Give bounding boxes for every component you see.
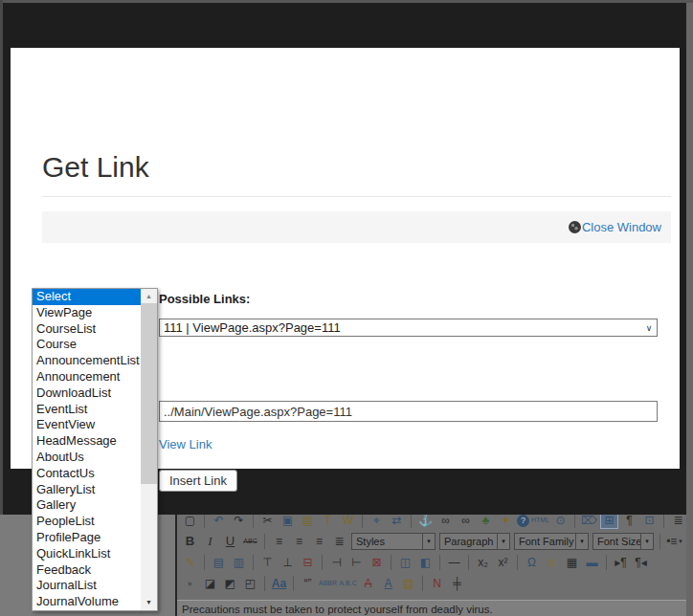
toolbar-separator — [574, 513, 575, 528]
align-left-icon[interactable]: ≡ — [270, 533, 288, 550]
dropdown-option-aboutus[interactable]: AboutUs — [33, 450, 141, 466]
dropdown-option-announcement[interactable]: Announcement — [33, 369, 141, 385]
ltr-icon[interactable]: ▸¶ — [612, 554, 630, 571]
toolbar-separator — [391, 555, 391, 570]
toolbar-separator — [204, 513, 205, 528]
underline-button[interactable]: U — [221, 533, 239, 550]
close-window-icon — [569, 221, 581, 233]
dropdown-option-gallerylist[interactable]: GalleryList — [33, 482, 141, 498]
del-icon[interactable]: A — [359, 575, 377, 592]
dropdown-option-peoplelist[interactable]: PeopleList — [33, 514, 141, 530]
dropdown-option-courselist[interactable]: CourseList — [33, 321, 141, 338]
visual-chars-icon[interactable]: N — [428, 575, 446, 592]
align-right-icon[interactable]: ≡ — [310, 533, 328, 550]
toolbar-separator — [411, 513, 412, 528]
font-size-select[interactable]: Font Size▾ — [592, 533, 654, 550]
abbr-icon[interactable]: ABBR — [319, 575, 337, 592]
toolbar-separator — [253, 513, 254, 528]
superscript-icon[interactable]: x² — [494, 554, 512, 571]
dropdown-option-profilepage[interactable]: ProfilePage — [33, 530, 141, 546]
rtl-icon[interactable]: ¶◂ — [632, 554, 650, 571]
close-window-link[interactable]: Close Window — [569, 220, 661, 234]
bold-button[interactable]: B — [181, 533, 199, 550]
dropdown-option-announcementlist[interactable]: AnnouncementList — [33, 353, 141, 369]
delete-col-icon[interactable]: ⊠ — [368, 554, 386, 571]
insert-col-after-icon[interactable]: ⊢ — [347, 554, 366, 571]
page-break-icon[interactable]: ╪ — [448, 575, 466, 592]
toolbar-separator — [422, 576, 423, 591]
acronym-icon[interactable]: A.B.C — [339, 575, 357, 592]
dropdown-option-downloadlist[interactable]: DownloadList — [33, 385, 141, 402]
editor-text: Precautions must be taken to protect you… — [182, 604, 493, 615]
view-link[interactable]: View Link — [159, 437, 212, 451]
insert-row-before-icon[interactable]: ⊤ — [258, 554, 277, 571]
toolbar-separator — [659, 534, 660, 549]
dropdown-option-quicklinklist[interactable]: QuickLinkList — [33, 546, 141, 562]
insert-col-before-icon[interactable]: ⊣ — [327, 554, 346, 571]
help-icon[interactable]: ? — [517, 515, 529, 527]
table-cell-props-icon[interactable]: ▥ — [230, 554, 248, 571]
dropdown-option-viewpage[interactable]: ViewPage — [33, 305, 141, 321]
dropdown-option-headmessage[interactable]: HeadMessage — [33, 433, 141, 450]
move-backward-icon[interactable]: ◩ — [221, 575, 239, 592]
strikethrough-button[interactable]: ABC — [241, 533, 259, 550]
delete-row-icon[interactable]: ⊟ — [299, 554, 317, 571]
insert-row-after-icon[interactable]: ⊥ — [279, 554, 297, 571]
horizontal-rule-icon[interactable]: — — [445, 554, 463, 571]
chevron-down-icon: ∨ — [641, 323, 657, 333]
cite-icon[interactable]: “” — [299, 575, 317, 592]
toolbar-separator — [468, 555, 469, 570]
dropdown-option-select[interactable]: Select — [33, 289, 141, 305]
page-scrollbar[interactable] — [686, 0, 693, 616]
attributes-icon[interactable]: ▧ — [399, 575, 417, 592]
toolbar-separator — [253, 555, 254, 570]
ins-icon[interactable]: A — [379, 575, 397, 592]
scroll-down-icon[interactable]: ▼ — [141, 595, 157, 610]
emoticon-icon[interactable]: ☺ — [543, 554, 561, 571]
merge-cells-icon[interactable]: ◧ — [416, 554, 435, 571]
link-url-input[interactable] — [159, 401, 658, 422]
dropdown-option-eventview[interactable]: EventView — [33, 417, 141, 433]
toolbar-separator — [293, 576, 294, 591]
editor-content-area[interactable]: Precautions must be taken to protect you… — [177, 600, 686, 616]
insert-link-button[interactable]: Insert Link — [159, 470, 237, 492]
styles-select[interactable]: Styles▾ — [351, 533, 436, 550]
rich-text-editor: ▢↶↷✂▣▤TW⌖⇄⚓∞∞♣✦?HTML⊙⌦⊞¶⊡≣▣ BIUABC≡≡≡≣St… — [175, 510, 686, 616]
toolbar-separator — [517, 555, 518, 570]
dropdown-scrollbar[interactable]: ▲ ▼ — [141, 289, 157, 610]
insert-layer-icon[interactable]: ▫ — [181, 575, 199, 592]
media-icon[interactable]: ▦ — [563, 554, 581, 571]
toolbar-separator — [362, 513, 363, 528]
font-family-select[interactable]: Font Family▾ — [514, 533, 589, 550]
scroll-up-icon[interactable]: ▲ — [141, 289, 157, 304]
dropdown-option-journalvolume[interactable]: JournalVolume — [33, 594, 141, 610]
embed-icon[interactable]: ▬ — [583, 554, 601, 571]
bullet-list-icon[interactable]: •≡▾ — [665, 533, 683, 550]
toolbar-separator — [606, 555, 607, 570]
possible-links-select[interactable]: 111 | ViewPage.aspx?Page=111 ∨ — [159, 319, 658, 337]
edit-icon[interactable]: ✎ — [181, 554, 199, 571]
align-center-icon[interactable]: ≡ — [290, 533, 308, 550]
dropdown-option-eventlist[interactable]: EventList — [33, 402, 141, 418]
dropdown-option-journallist[interactable]: JournalList — [33, 578, 141, 594]
dropdown-option-feedback[interactable]: Feedback — [33, 562, 141, 579]
dropdown-option-gallery[interactable]: Gallery — [33, 497, 141, 514]
paragraph-select[interactable]: Paragraph▾ — [439, 533, 510, 550]
dropdown-option-contactus[interactable]: ContactUs — [33, 466, 141, 482]
toolbar-separator — [663, 513, 664, 528]
move-forward-icon[interactable]: ◪ — [201, 575, 219, 592]
close-window-label: Close Window — [582, 220, 661, 234]
align-justify-icon[interactable]: ≣ — [330, 533, 348, 550]
absolute-position-icon[interactable]: ◰ — [241, 575, 259, 592]
dropdown-option-course[interactable]: Course — [33, 337, 141, 353]
title-divider — [42, 196, 671, 197]
split-cells-icon[interactable]: ◫ — [396, 554, 414, 571]
page-select-dropdown: SelectViewPageCourseListCourseAnnounceme… — [32, 288, 158, 611]
subscript-icon[interactable]: x₂ — [474, 554, 492, 571]
style-props-icon[interactable]: Aa — [270, 575, 288, 592]
table-row-props-icon[interactable]: ▤ — [210, 554, 228, 571]
special-char-icon[interactable]: Ω — [523, 554, 541, 571]
italic-button[interactable]: I — [201, 533, 219, 550]
scroll-thumb[interactable] — [141, 303, 157, 484]
editor-toolbar-row-4: ▫◪◩◰Aa“”ABBRA.B.CAA▧N╪ — [177, 573, 686, 594]
